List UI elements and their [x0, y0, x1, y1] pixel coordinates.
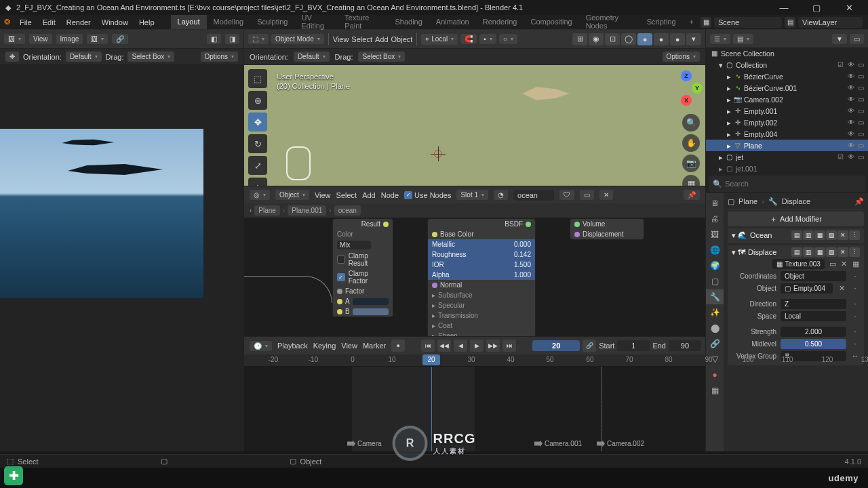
material-icon[interactable]: ◔ [494, 190, 508, 200]
vp-orientation[interactable]: Default [294, 52, 330, 62]
vp-object[interactable]: Object [391, 35, 413, 43]
ptab-output[interactable]: 🖨 [706, 211, 724, 226]
node-editor-type[interactable]: ◎ [250, 190, 270, 200]
tab-shading[interactable]: Shading [388, 15, 429, 29]
ptab-object[interactable]: ▢ [706, 274, 724, 289]
tool-select[interactable]: ⬚ [248, 69, 267, 88]
tab-texture-paint[interactable]: Texture Paint [338, 15, 388, 29]
crumb-plane001[interactable]: Plane.001 [288, 205, 326, 216]
ptab-particles[interactable]: ✨ [706, 305, 724, 320]
window-close[interactable]: ✕ [835, 3, 863, 13]
strength-field[interactable]: 2.000 [781, 327, 846, 337]
material-unlink[interactable]: ✕ [599, 190, 613, 200]
overlay-toggle[interactable]: ◉ [589, 33, 604, 45]
nav-zoom[interactable]: 🔍 [682, 114, 700, 131]
tl-keying[interactable]: Keying [313, 342, 336, 350]
image-image-menu[interactable]: Image [56, 34, 83, 44]
tool-move[interactable]: ✥ [248, 113, 267, 131]
tl-playback[interactable]: Playback [277, 342, 308, 350]
image-slot[interactable]: 🖼 [87, 34, 108, 44]
play[interactable]: ▶ [470, 340, 484, 352]
tool-transform[interactable]: ◈ [248, 178, 267, 186]
ptab-texture[interactable]: ▦ [706, 383, 724, 398]
outliner-filter[interactable]: ▼ [832, 34, 847, 44]
axis-gizmo[interactable]: Z Y X [666, 70, 700, 104]
direction-dd[interactable]: Z [781, 299, 846, 309]
start-frame[interactable]: 1 [617, 340, 650, 351]
tab-compositing[interactable]: Compositing [524, 15, 579, 29]
tool-scale[interactable]: ⤢ [248, 156, 267, 175]
tool-rotate[interactable]: ↻ [248, 134, 267, 153]
nav-camera[interactable]: 📷 [682, 155, 700, 172]
item-jet[interactable]: ▸ ▢jet☑👁▭ [706, 151, 868, 163]
item-beziercurve001[interactable]: ▸ ∿BézierCurve.001👁▭ [706, 82, 868, 94]
pin-material[interactable]: 📌 [684, 190, 700, 200]
mode-selector[interactable]: Object Mode [271, 34, 324, 44]
proportional[interactable]: ○ [499, 34, 517, 44]
outliner-new-col[interactable]: ▭ [850, 34, 864, 44]
snap-target[interactable]: ▪ [479, 34, 496, 44]
jump-end[interactable]: ⏭ [502, 340, 516, 352]
vp-select[interactable]: Select [351, 35, 372, 43]
vp-options[interactable]: Options [663, 52, 700, 62]
mod-ocean[interactable]: ▾ 🌊 Ocean ▤▥▦▧✕⋮ [728, 228, 864, 243]
orientation-icon[interactable]: ✥ [5, 52, 19, 62]
image-editor-type[interactable]: 🖼 [4, 34, 25, 44]
nav-pan[interactable]: ✋ [682, 134, 700, 152]
mix-color-a[interactable] [353, 298, 389, 305]
menu-help[interactable]: Help [134, 18, 160, 26]
scene-icon[interactable]: ▦ [701, 17, 711, 28]
editor-type[interactable]: ⬚ [248, 34, 269, 44]
ptab-modifier[interactable]: 🔧 [706, 289, 724, 304]
shade-wire[interactable]: ◯ [621, 33, 636, 45]
outliner-collection[interactable]: ▾ ▢Collection☑👁▭ [706, 59, 868, 70]
item-empty004[interactable]: ▸ ✛Empty.004👁▭ [706, 128, 868, 140]
viewlayer-icon[interactable]: ▤ [785, 17, 795, 28]
add-modifier-button[interactable]: ＋Add Modifier [728, 211, 864, 226]
marker-camera001[interactable]: Camera.001 [534, 440, 582, 447]
options-dropdown[interactable]: Options [201, 52, 238, 62]
window-minimize[interactable]: — [770, 3, 797, 13]
outliner-display[interactable]: ▤ [733, 34, 753, 44]
mod-displace[interactable]: ▾ 🗺 Displace ▤▥▦▧✕⋮ ▦Texture.003▭✕▦ Coor… [728, 245, 864, 365]
use-nodes[interactable]: ✓Use Nodes [404, 191, 451, 199]
scene-selector[interactable]: Scene [714, 17, 782, 28]
node-bsdf[interactable]: BSDF Base Color Metallic0.000 Roughness0… [427, 218, 536, 336]
shade-render[interactable]: ● [670, 33, 685, 45]
outliner-tree[interactable]: ▦Scene Collection ▾ ▢Collection☑👁▭ ▸ ∿Bé… [706, 47, 868, 174]
image-canvas[interactable] [0, 65, 243, 451]
node-object-dd[interactable]: Object [275, 190, 309, 200]
tex-edit[interactable]: ▦ [852, 260, 860, 269]
tab-uv-editing[interactable]: UV Editing [294, 15, 338, 29]
tool-cursor[interactable]: ⊕ [248, 91, 267, 110]
material-fake[interactable]: 🛡 [559, 190, 574, 200]
tab-add[interactable]: + [683, 15, 701, 29]
tl-marker[interactable]: Marker [363, 342, 386, 350]
xray-toggle[interactable]: ⊡ [605, 33, 620, 45]
shade-opts[interactable]: ▾ [686, 33, 701, 45]
menu-edit[interactable]: Edit [37, 18, 61, 26]
midlevel-field[interactable]: 0.500 [781, 339, 846, 349]
timeline-ruler[interactable]: -20 -10 0 10 30 40 50 60 70 80 90 100 11… [244, 354, 705, 367]
mix-clamp-result[interactable] [337, 256, 345, 264]
marker-camera002[interactable]: Camera.002 [597, 440, 644, 447]
vp-view[interactable]: View [333, 35, 349, 43]
add-extension-button[interactable]: ✚ [4, 466, 23, 485]
mix-color-b[interactable] [353, 308, 389, 315]
item-beziercurve[interactable]: ▸ ∿BézierCurve👁▭ [706, 70, 868, 82]
current-frame[interactable]: 20 [532, 340, 580, 351]
tab-sculpting[interactable]: Sculpting [250, 15, 294, 29]
tab-scripting[interactable]: Scripting [640, 15, 683, 29]
tl-view[interactable]: View [341, 342, 357, 350]
node-node[interactable]: Node [381, 191, 399, 199]
shade-solid[interactable]: ● [637, 33, 652, 45]
crumb-ocean[interactable]: ocean [334, 205, 361, 216]
space-dd[interactable]: Local [781, 311, 846, 321]
props-pin[interactable]: 📌 [854, 197, 864, 206]
menu-render[interactable]: Render [61, 18, 96, 26]
node-select[interactable]: Select [336, 191, 357, 199]
image-opt2[interactable]: ◨ [225, 34, 239, 44]
material-name[interactable]: ocean [513, 190, 554, 201]
nav-persp[interactable]: ▦ [682, 175, 700, 186]
gizmo-toggle[interactable]: ⊞ [572, 33, 587, 45]
